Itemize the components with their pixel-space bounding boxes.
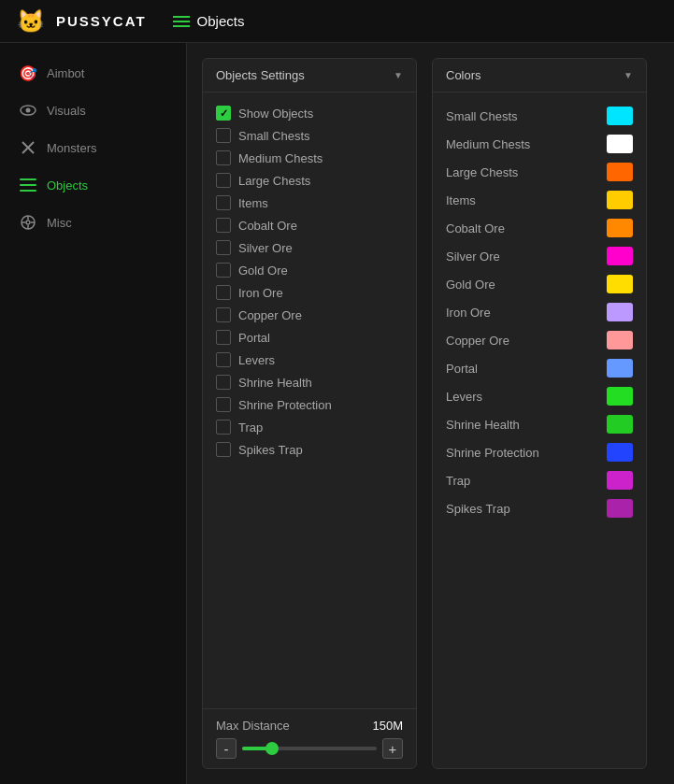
label-trap: Trap xyxy=(238,421,263,435)
slider-controls: - + xyxy=(216,738,403,759)
color-swatch-gold-ore[interactable] xyxy=(607,275,633,293)
color-row-shrine-protection: Shrine Protection xyxy=(446,438,633,466)
color-swatch-copper-ore[interactable] xyxy=(607,331,633,349)
color-swatch-shrine-health[interactable] xyxy=(607,415,633,434)
slider-section: Max Distance 150M - + xyxy=(203,708,416,768)
checkbox-items[interactable] xyxy=(216,195,231,210)
checkbox-gold-ore[interactable] xyxy=(216,263,231,278)
sidebar-item-monsters[interactable]: Monsters xyxy=(0,129,186,166)
color-label-gold-ore: Gold Ore xyxy=(446,278,495,292)
sidebar-item-visuals[interactable]: Visuals xyxy=(0,92,186,129)
sidebar-item-objects[interactable]: Objects xyxy=(0,166,186,204)
color-swatch-levers[interactable] xyxy=(607,387,633,406)
app-logo: 🐱 xyxy=(15,7,45,36)
colors-title: Colors xyxy=(446,68,481,82)
color-row-cobalt-ore: Cobalt Ore xyxy=(446,214,633,242)
color-swatch-large-chests[interactable] xyxy=(607,163,633,181)
svg-rect-6 xyxy=(20,184,36,186)
color-swatch-silver-ore[interactable] xyxy=(607,247,633,265)
checkbox-copper-ore[interactable] xyxy=(216,307,231,322)
label-portal: Portal xyxy=(238,331,270,345)
monsters-icon xyxy=(19,138,37,157)
objects-settings-arrow: ▼ xyxy=(394,70,403,80)
color-swatch-cobalt-ore[interactable] xyxy=(607,219,633,237)
label-shrine-health: Shrine Health xyxy=(238,376,312,390)
label-large-chests: Large Chests xyxy=(238,174,310,188)
checkbox-row-gold-ore: Gold Ore xyxy=(216,259,403,281)
checkbox-levers[interactable] xyxy=(216,352,231,367)
color-label-cobalt-ore: Cobalt Ore xyxy=(446,221,505,235)
checkbox-small-chests[interactable] xyxy=(216,128,231,143)
color-swatch-shrine-protection[interactable] xyxy=(607,443,633,462)
objects-icon xyxy=(19,176,37,194)
color-row-shrine-health: Shrine Health xyxy=(446,410,633,438)
color-swatch-small-chests[interactable] xyxy=(607,107,633,125)
checkbox-shrine-health[interactable] xyxy=(216,375,231,390)
topbar-page: Objects xyxy=(173,13,245,29)
checkbox-cobalt-ore[interactable] xyxy=(216,218,231,233)
checkbox-spikes-trap[interactable] xyxy=(216,442,231,457)
slider-value: 150M xyxy=(372,719,403,733)
sidebar-item-aimbot[interactable]: 🎯 Aimbot xyxy=(0,54,186,92)
sidebar-item-objects-label: Objects xyxy=(47,178,88,192)
slider-label: Max Distance xyxy=(216,719,290,733)
checkbox-row-silver-ore: Silver Ore xyxy=(216,236,403,259)
objects-settings-title: Objects Settings xyxy=(216,68,305,82)
label-silver-ore: Silver Ore xyxy=(238,241,293,255)
visuals-icon xyxy=(19,101,37,120)
color-swatch-trap[interactable] xyxy=(607,471,633,490)
checkbox-iron-ore[interactable] xyxy=(216,285,231,300)
color-swatch-iron-ore[interactable] xyxy=(607,303,633,321)
checkbox-row-trap: Trap xyxy=(216,416,403,438)
checkbox-silver-ore[interactable] xyxy=(216,240,231,255)
label-cobalt-ore: Cobalt Ore xyxy=(238,219,297,233)
label-gold-ore: Gold Ore xyxy=(238,264,288,278)
color-row-spikes-trap: Spikes Trap xyxy=(446,494,633,522)
colors-arrow: ▼ xyxy=(624,70,633,80)
color-label-items: Items xyxy=(446,193,476,207)
color-swatch-portal[interactable] xyxy=(607,359,633,378)
label-copper-ore: Copper Ore xyxy=(238,308,302,322)
checkbox-row-portal: Portal xyxy=(216,326,403,349)
color-swatch-spikes-trap[interactable] xyxy=(607,499,633,518)
checkbox-trap[interactable] xyxy=(216,420,231,435)
color-swatch-items[interactable] xyxy=(607,191,633,209)
slider-row-top: Max Distance 150M xyxy=(216,719,403,733)
label-shrine-protection: Shrine Protection xyxy=(238,398,332,412)
color-row-portal: Portal xyxy=(446,354,633,382)
checkbox-row-show-objects: Show Objects xyxy=(216,102,403,124)
checkbox-shrine-protection[interactable] xyxy=(216,397,231,412)
sidebar-item-misc[interactable]: Misc xyxy=(0,204,186,241)
slider-thumb[interactable] xyxy=(265,742,279,755)
color-row-medium-chests: Medium Chests xyxy=(446,130,633,158)
color-swatch-medium-chests[interactable] xyxy=(607,135,633,153)
colors-body: Small Chests Medium Chests Large Chests xyxy=(433,93,646,768)
checkbox-large-chests[interactable] xyxy=(216,173,231,188)
content-area: Objects Settings ▼ Show Objects Small Ch… xyxy=(187,43,674,784)
color-row-copper-ore: Copper Ore xyxy=(446,326,633,354)
slider-decrease-button[interactable]: - xyxy=(216,738,237,759)
checkbox-show-objects[interactable] xyxy=(216,106,231,121)
checkbox-portal[interactable] xyxy=(216,330,231,345)
color-row-silver-ore: Silver Ore xyxy=(446,242,633,270)
label-small-chests: Small Chests xyxy=(238,129,310,143)
sidebar-item-misc-label: Misc xyxy=(47,216,72,230)
color-row-trap: Trap xyxy=(446,466,633,494)
slider-track[interactable] xyxy=(242,747,377,750)
checkbox-row-iron-ore: Iron Ore xyxy=(216,281,403,304)
color-row-levers: Levers xyxy=(446,382,633,410)
panels-container: Objects Settings ▼ Show Objects Small Ch… xyxy=(187,43,674,784)
colors-header[interactable]: Colors ▼ xyxy=(433,59,646,93)
menu-icon xyxy=(173,16,190,27)
color-label-silver-ore: Silver Ore xyxy=(446,249,500,264)
color-row-gold-ore: Gold Ore xyxy=(446,270,633,298)
checkbox-row-cobalt-ore: Cobalt Ore xyxy=(216,214,403,236)
color-label-small-chests: Small Chests xyxy=(446,109,518,123)
color-label-levers: Levers xyxy=(446,390,482,404)
color-row-small-chests: Small Chests xyxy=(446,102,633,130)
checkbox-medium-chests[interactable] xyxy=(216,150,231,165)
slider-increase-button[interactable]: + xyxy=(382,738,403,759)
color-label-spikes-trap: Spikes Trap xyxy=(446,502,510,516)
objects-settings-header[interactable]: Objects Settings ▼ xyxy=(203,59,416,93)
label-iron-ore: Iron Ore xyxy=(238,286,283,300)
